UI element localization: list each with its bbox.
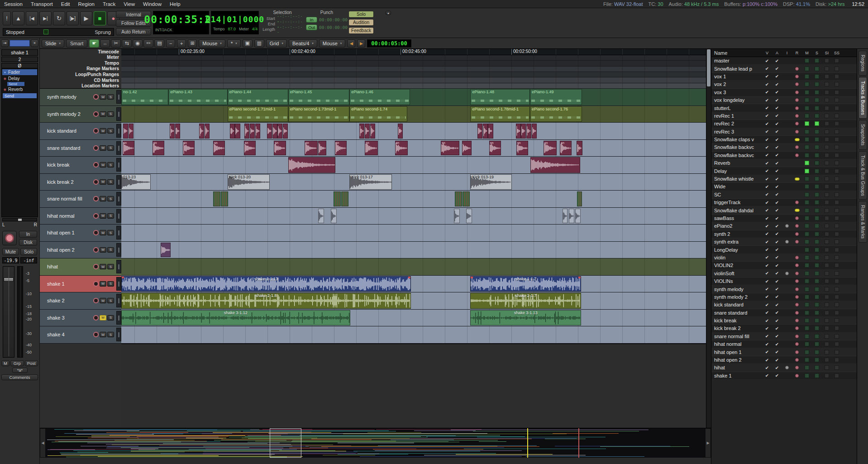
track-mute-button[interactable]: M xyxy=(100,247,106,253)
track-scroll-widget[interactable] xyxy=(116,107,121,121)
route-active-cell[interactable]: ✔ xyxy=(772,90,782,95)
route-rec-cell[interactable] xyxy=(792,366,802,369)
track-mute-button[interactable]: M xyxy=(100,179,106,185)
route-rec-cell[interactable] xyxy=(792,326,802,330)
route-mute-cell[interactable] xyxy=(802,295,812,299)
route-solo-safe-cell[interactable] xyxy=(832,121,842,126)
track-record-button[interactable] xyxy=(93,315,99,320)
route-active-cell[interactable]: ✔ xyxy=(772,216,782,221)
route-solo-safe-cell[interactable] xyxy=(832,58,842,63)
route-visible-cell[interactable]: ✔ xyxy=(762,184,772,189)
route-active-cell[interactable]: ✔ xyxy=(772,105,782,110)
route-solo-safe-cell[interactable] xyxy=(832,200,842,205)
track-header-shake-2[interactable]: shake 2MS xyxy=(40,292,121,310)
route-visible-cell[interactable]: ✔ xyxy=(762,153,772,158)
route-solo-safe-cell[interactable] xyxy=(832,287,842,292)
punch-in-clock[interactable]: 00:00:00:00 xyxy=(319,17,348,22)
route-mute-cell[interactable] xyxy=(802,98,812,102)
route-solo-safe-cell[interactable] xyxy=(832,302,842,307)
drum-hit-region[interactable] xyxy=(532,124,537,139)
route-solo-iso-cell[interactable] xyxy=(822,67,832,71)
route-visible-cell[interactable]: ✔ xyxy=(762,216,772,221)
grab-tool[interactable]: ☛ xyxy=(89,39,99,48)
route-visible-cell[interactable]: ✔ xyxy=(762,358,772,363)
route-mute-cell[interactable] xyxy=(802,232,812,236)
route-solo-cell[interactable] xyxy=(812,200,822,205)
route-visible-cell[interactable]: ✔ xyxy=(762,113,772,118)
snap-mode-combo[interactable]: Grid▾ xyxy=(266,39,287,48)
route-mute-cell[interactable] xyxy=(802,350,812,354)
track-record-button[interactable] xyxy=(93,213,99,219)
track-header-synth-melody-2[interactable]: synth melody 2MS xyxy=(40,106,121,123)
route-solo-cell[interactable] xyxy=(812,74,822,79)
side-tab-snapshots[interactable]: Snapshots xyxy=(858,120,867,149)
route-row[interactable]: Reverb✔✔ xyxy=(711,159,857,167)
route-row[interactable]: Snowflake backvc✔✔ xyxy=(711,152,857,159)
drum-hit-region[interactable] xyxy=(563,209,568,224)
route-solo-cell[interactable] xyxy=(812,358,822,362)
toolbar-overflow-button[interactable]: ▴ xyxy=(386,11,391,15)
route-active-cell[interactable]: ✔ xyxy=(772,279,782,284)
menu-track[interactable]: Track xyxy=(99,1,119,7)
drum-hit-region[interactable] xyxy=(244,124,249,139)
route-active-cell[interactable]: ✔ xyxy=(772,358,782,363)
track-header-hihat-open-2[interactable]: hihat open 2MS xyxy=(40,242,121,259)
drum-hit-region[interactable] xyxy=(483,124,488,139)
route-visible-cell[interactable]: ✔ xyxy=(762,208,772,213)
audio-region[interactable]: shake 2-1.7 xyxy=(470,293,581,309)
route-solo-iso-cell[interactable] xyxy=(822,365,832,370)
audio-region[interactable]: ePiano second-1.78mid-1 xyxy=(470,106,530,122)
route-solo-cell[interactable] xyxy=(812,342,822,346)
side-tab-ranges-marks[interactable]: Ranges & Marks xyxy=(858,201,867,243)
track-header-synth-melody[interactable]: synth melodyMS xyxy=(40,89,121,106)
route-active-cell[interactable]: ✔ xyxy=(772,82,782,87)
route-visible-cell[interactable]: ✔ xyxy=(762,105,772,110)
processor-send[interactable]: Send xyxy=(3,93,37,98)
route-active-cell[interactable]: ✔ xyxy=(772,373,782,378)
route-rec-cell[interactable] xyxy=(792,75,802,78)
automation-state-button[interactable]: *a* xyxy=(12,368,28,373)
track-lane-shake-3[interactable]: shake 3-1.12shake 3-1.13 xyxy=(121,310,711,327)
drum-hit-region[interactable] xyxy=(341,191,348,206)
route-rec-cell[interactable] xyxy=(792,106,802,110)
track-lane-shake-2[interactable]: shake 2-1.8shake 2-1.7 xyxy=(121,292,711,310)
metering-point-button[interactable]: M xyxy=(1,360,10,366)
route-solo-iso-cell[interactable] xyxy=(822,192,832,197)
track-mute-button[interactable]: M xyxy=(100,332,106,337)
track-mute-button[interactable]: M xyxy=(100,264,106,269)
route-solo-safe-cell[interactable] xyxy=(832,311,842,315)
route-row[interactable]: violinSoft✔✔ xyxy=(711,270,857,277)
route-visible-cell[interactable]: ✔ xyxy=(762,294,772,299)
track-mute-button[interactable]: M xyxy=(100,145,106,151)
route-rec-cell[interactable] xyxy=(792,232,802,236)
route-active-cell[interactable]: ✔ xyxy=(772,342,782,347)
track-header-kick-break-2[interactable]: kick break 2MS xyxy=(40,174,121,191)
route-solo-cell[interactable] xyxy=(812,279,822,283)
route-solo-safe-cell[interactable] xyxy=(832,208,842,213)
route-solo-cell[interactable] xyxy=(812,216,822,220)
route-solo-safe-cell[interactable] xyxy=(832,232,842,236)
track-header-hihat[interactable]: hihatMS xyxy=(40,258,121,276)
route-active-cell[interactable]: ✔ xyxy=(772,224,782,229)
audio-region[interactable]: shake 1-1.7 xyxy=(470,276,581,292)
route-input-cell[interactable] xyxy=(782,366,792,369)
track-record-button[interactable] xyxy=(93,111,99,117)
route-active-cell[interactable]: ✔ xyxy=(772,326,782,331)
route-solo-iso-cell[interactable] xyxy=(822,224,832,228)
track-mute-button[interactable]: M xyxy=(100,94,106,100)
route-solo-safe-cell[interactable] xyxy=(832,271,842,276)
route-row[interactable]: Snowflake whistle✔✔ xyxy=(711,175,857,183)
route-rec-cell[interactable] xyxy=(792,153,802,157)
route-solo-cell[interactable] xyxy=(812,239,822,244)
route-active-cell[interactable]: ✔ xyxy=(772,318,782,323)
route-mute-cell[interactable] xyxy=(802,326,812,330)
drum-hit-region[interactable] xyxy=(477,124,482,139)
route-solo-cell[interactable] xyxy=(812,153,822,158)
route-solo-cell[interactable] xyxy=(812,67,822,71)
route-rec-cell[interactable] xyxy=(792,303,802,306)
track-solo-button[interactable]: S xyxy=(107,298,114,303)
route-rec-cell[interactable] xyxy=(792,295,802,299)
route-row[interactable]: Snowflake lead p✔✔ xyxy=(711,65,857,72)
nudge-back-button[interactable]: ◀ xyxy=(347,39,355,48)
range-tool[interactable]: ⇔ xyxy=(100,39,110,48)
